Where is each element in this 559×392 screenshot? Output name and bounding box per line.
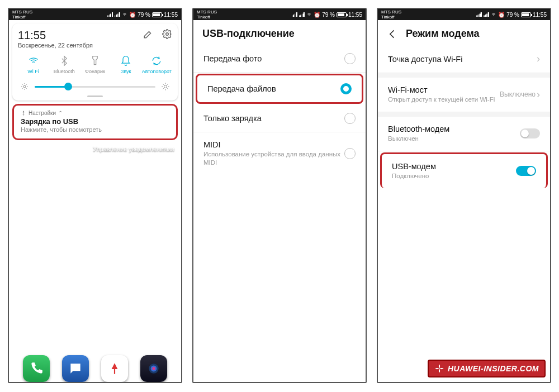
option-photo-transfer[interactable]: Передача фото — [193, 45, 366, 73]
qs-wifi-label: Wi Fi — [27, 69, 39, 74]
option-label: Передача фото — [203, 54, 344, 63]
brightness-slider-row — [18, 82, 172, 93]
carrier-label-2: Tinkoff — [12, 15, 32, 20]
signal-icon — [476, 12, 482, 17]
qs-autorotate[interactable]: Автоповорот — [141, 55, 172, 74]
row-sublabel: Подключено — [392, 172, 516, 180]
row-label: Bluetooth-модем — [388, 125, 520, 133]
qs-sound[interactable]: Звук — [111, 55, 141, 74]
row-sublabel: Открыт доступ к текущей сети Wi-Fi — [388, 95, 500, 104]
carrier-label: MTS RUS — [12, 9, 32, 15]
toggle-on[interactable] — [516, 166, 536, 176]
radio-checked-icon — [340, 83, 352, 94]
battery-percent: 79 % — [138, 12, 150, 18]
row-wifi-bridge[interactable]: Wi-Fi-мост Открыт доступ к текущей сети … — [378, 78, 550, 112]
battery-icon — [521, 12, 531, 17]
page-indicator: • • ○ • • — [9, 342, 181, 346]
signal-icon-2 — [484, 12, 489, 17]
back-icon[interactable] — [387, 28, 398, 40]
battery-percent: 79 % — [322, 12, 335, 18]
qs-autorotate-label: Автоповорот — [142, 69, 172, 74]
notification-title: Зарядка по USB — [21, 117, 169, 126]
manage-notifications-link[interactable]: Управление уведомлениями — [9, 142, 181, 152]
watermark-text: HUAWEI-INSIDER.COM — [448, 364, 539, 373]
option-sublabel: Использование устройства для ввода данны… — [203, 150, 344, 167]
phone-screenshot-1: MTS RUS Tinkoff ⏰ 79 % 11:55 11:55 Воскр… — [8, 8, 182, 383]
usb-notification[interactable]: Настройки ⌃ Зарядка по USB Нажмите, чтоб… — [12, 104, 178, 140]
page-header: Режим модема — [378, 20, 550, 45]
quick-settings-panel: 11:55 Воскресенье, 22 сентября Wi Fi Blu… — [12, 23, 178, 101]
camera-app-icon[interactable] — [140, 355, 167, 382]
huawei-logo-icon — [434, 364, 444, 374]
radio-icon — [344, 53, 356, 64]
radio-icon — [344, 113, 356, 124]
signal-icon — [292, 12, 297, 17]
qs-flashlight[interactable]: Фонарик — [79, 55, 110, 74]
yandex-app-icon[interactable] — [101, 355, 128, 382]
status-bar: MTS RUS Tinkoff ⏰ 79 % 11:55 — [193, 9, 366, 20]
option-file-transfer[interactable]: Передача файлов — [196, 74, 363, 104]
qs-wifi[interactable]: Wi Fi — [18, 55, 49, 74]
dock — [9, 355, 181, 382]
alarm-icon: ⏰ — [129, 12, 136, 18]
signal-icon-2 — [115, 12, 120, 17]
brightness-slider[interactable] — [35, 86, 155, 88]
row-usb-modem[interactable]: USB-модем Подключено — [380, 152, 548, 188]
wifi-icon — [491, 12, 496, 17]
svg-point-1 — [23, 85, 26, 88]
svg-point-2 — [164, 85, 167, 88]
carrier-label: MTS RUS — [381, 9, 401, 15]
gear-icon[interactable] — [162, 29, 172, 39]
battery-icon — [152, 12, 162, 17]
option-label: Передача файлов — [207, 84, 340, 93]
page-title: Режим модема — [406, 28, 480, 40]
alarm-icon: ⏰ — [498, 12, 505, 18]
status-bar: MTS RUS Tinkoff ⏰ 79 % 11:55 — [9, 9, 181, 20]
option-label: Только зарядка — [203, 114, 344, 123]
chevron-right-icon: › — [537, 89, 540, 101]
drag-handle[interactable] — [87, 95, 103, 97]
carrier-label: MTS RUS — [197, 9, 217, 15]
row-label: Wi-Fi-мост — [388, 85, 500, 94]
phone-screenshot-3: MTS RUS Tinkoff ⏰ 79 % 11:55 Режим модем… — [377, 8, 551, 383]
row-label: Точка доступа Wi-Fi — [388, 55, 537, 64]
brightness-high-icon — [161, 82, 170, 91]
wifi-icon — [122, 12, 127, 17]
signal-icon — [107, 12, 113, 17]
row-bluetooth-modem[interactable]: Bluetooth-модем Выключен — [378, 117, 550, 151]
battery-icon — [337, 12, 347, 17]
chevron-right-icon: › — [537, 53, 540, 65]
row-wifi-hotspot[interactable]: Точка доступа Wi-Fi › — [378, 45, 550, 73]
notification-subtitle: Нажмите, чтобы посмотреть — [21, 126, 169, 133]
collapse-icon: ⌃ — [58, 110, 63, 116]
svg-point-0 — [166, 33, 169, 36]
qs-sound-label: Звук — [121, 69, 131, 74]
toggle-off[interactable] — [520, 128, 540, 138]
page-header: USB-подключение — [193, 20, 366, 45]
carrier-label-2: Tinkoff — [197, 15, 217, 20]
phone-app-icon[interactable] — [23, 355, 50, 382]
battery-percent: 79 % — [506, 12, 519, 18]
edit-icon[interactable] — [143, 29, 153, 39]
brightness-low-icon — [20, 82, 29, 91]
status-bar: MTS RUS Tinkoff ⏰ 79 % 11:55 — [378, 9, 550, 20]
option-midi[interactable]: MIDI Использование устройства для ввода … — [193, 132, 366, 175]
qs-bluetooth-label: Bluetooth — [54, 69, 75, 74]
qs-flashlight-label: Фонарик — [85, 69, 105, 74]
row-label: USB-модем — [392, 162, 516, 171]
phone-screenshot-2: MTS RUS Tinkoff ⏰ 79 % 11:55 USB-подключ… — [192, 8, 367, 383]
radio-icon — [344, 148, 356, 159]
option-label: MIDI — [203, 140, 344, 149]
watermark-badge: HUAWEI-INSIDER.COM — [428, 360, 546, 377]
statusbar-time: 11:55 — [348, 12, 362, 18]
option-charge-only[interactable]: Только зарядка — [193, 105, 366, 132]
signal-icon-2 — [299, 12, 305, 17]
messages-app-icon[interactable] — [62, 355, 89, 382]
page-title: USB-подключение — [202, 28, 295, 40]
carrier-label-2: Tinkoff — [381, 15, 401, 20]
row-value: Выключено› — [500, 89, 540, 101]
usb-icon — [21, 111, 26, 116]
qs-bluetooth[interactable]: Bluetooth — [49, 55, 79, 74]
row-sublabel: Выключен — [388, 135, 520, 143]
statusbar-time: 11:55 — [164, 12, 178, 18]
